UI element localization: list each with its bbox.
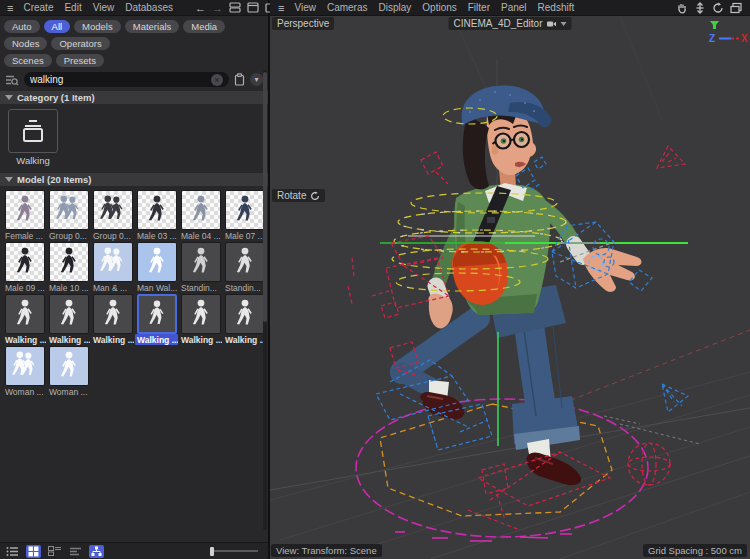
model-item[interactable]: Walking ... [135,294,178,345]
forward-arrow-icon[interactable]: → [212,2,223,14]
filter-search-icon[interactable] [5,74,19,86]
model-thumbnail[interactable] [225,242,265,282]
vp-menu-display[interactable]: Display [379,2,412,13]
filter-tab-models[interactable]: Models [74,20,121,33]
status-grid-spacing: Grid Spacing : 500 cm [643,544,747,557]
thumbnail-size-slider[interactable] [254,547,258,556]
filter-tab-nodes[interactable]: Nodes [4,37,47,50]
model-thumbnail[interactable] [49,294,89,334]
category-section-header[interactable]: Category (1 Item) [0,91,268,104]
model-thumbnail[interactable] [5,190,45,230]
menu-create[interactable]: Create [23,2,53,13]
filter-state-icon [710,21,719,29]
back-arrow-icon[interactable]: ← [195,2,206,14]
model-item-label: Male 07 ... [223,230,266,241]
model-item[interactable]: Group 0... [47,190,90,241]
camera-label-chip[interactable]: CINEMA_4D_Editor [449,17,572,30]
filter-tab-operators[interactable]: Operators [51,37,109,50]
viewport-panel: ≡ View Cameras Display Options Filter Pa… [270,0,750,559]
search-options-chevron-icon[interactable]: ▾ [250,73,263,86]
model-section-header[interactable]: Model (20 Items) [0,173,268,186]
model-item-label: Group 0... [91,230,134,241]
model-item[interactable]: Woman ... [3,346,46,397]
window-icon[interactable] [247,2,259,13]
menu-edit[interactable]: Edit [64,2,81,13]
model-item[interactable]: Standin... [223,242,266,293]
compact-list-icon[interactable] [69,547,82,556]
model-thumbnail[interactable] [49,346,89,386]
vp-menu-options[interactable]: Options [422,2,456,13]
model-item[interactable]: Woman ... [47,346,90,397]
model-thumbnail[interactable] [5,242,45,282]
model-item[interactable]: Male 04 ... [179,190,222,241]
model-item-label: Male 10 ... [47,282,90,293]
model-thumbnail[interactable] [49,242,89,282]
viewport-canvas[interactable]: Z X [270,16,750,559]
dolly-move-icon[interactable] [694,2,706,14]
model-item[interactable]: Walking ... [3,294,46,345]
model-thumbnail[interactable] [137,190,177,230]
clipboard-icon[interactable] [234,73,245,86]
axis-gizmo[interactable]: Z X [709,33,748,44]
model-thumbnail[interactable] [93,190,133,230]
vp-menu-view[interactable]: View [294,2,316,13]
model-item[interactable]: Walking ... [91,294,134,345]
category-item-walking[interactable]: Walking [8,109,58,166]
model-item[interactable]: Group 0... [91,190,134,241]
model-item[interactable]: Man Wal... [135,242,178,293]
maximize-view-icon[interactable] [730,2,742,14]
model-thumbnail[interactable] [225,190,265,230]
model-item[interactable]: Walking ... [179,294,222,345]
model-item[interactable]: Male 09 ... [3,242,46,293]
character-left-shoe [420,392,464,420]
hamburger-menu-icon[interactable]: ≡ [7,2,12,14]
model-item[interactable]: Male 10 ... [47,242,90,293]
vp-menu-filter[interactable]: Filter [468,2,490,13]
type-tab-scenes[interactable]: Scenes [4,54,52,67]
panel-scrollbar[interactable] [263,70,267,530]
model-item[interactable]: Male 03 ... [135,190,178,241]
model-item[interactable]: Male 07 ... [223,190,266,241]
list-view-icon[interactable] [6,546,19,557]
model-thumbnail[interactable] [5,346,45,386]
category-area: Walking [0,104,268,171]
hamburger-menu-icon[interactable]: ≡ [278,2,283,14]
model-item[interactable]: Female ... [3,190,46,241]
model-thumbnail[interactable] [93,294,133,334]
character[interactable] [402,85,642,485]
menu-databases[interactable]: Databases [125,2,173,13]
menu-view[interactable]: View [93,2,115,13]
vp-menu-redshift[interactable]: Redshift [538,2,575,13]
filter-tab-materials[interactable]: Materials [125,20,180,33]
model-thumbnail[interactable] [49,190,89,230]
filter-tab-all[interactable]: All [44,20,71,33]
model-thumbnail[interactable] [225,294,265,334]
database-icon[interactable] [229,2,241,13]
model-thumbnail[interactable] [137,242,177,282]
vp-menu-panel[interactable]: Panel [501,2,527,13]
model-item[interactable]: Walking ... [223,294,266,345]
model-item-label: Male 03 ... [135,230,178,241]
model-item[interactable]: Walking ... [47,294,90,345]
search-input[interactable] [30,74,206,85]
rotate-view-icon[interactable] [712,2,724,14]
vp-menu-cameras[interactable]: Cameras [327,2,368,13]
detail-view-icon[interactable] [48,546,62,556]
type-tab-presets[interactable]: Presets [56,54,104,67]
view-label-chip[interactable]: Perspective [272,17,334,30]
node-graph-icon[interactable] [89,545,104,558]
clear-search-icon[interactable]: × [211,74,223,86]
model-item[interactable]: Man & ... [91,242,134,293]
model-thumbnail[interactable] [5,294,45,334]
filter-tab-auto[interactable]: Auto [4,20,40,33]
character-left-calf [402,372,430,387]
model-thumbnail[interactable] [137,294,177,334]
model-thumbnail[interactable] [181,294,221,334]
model-thumbnail[interactable] [181,242,221,282]
model-thumbnail[interactable] [93,242,133,282]
model-item[interactable]: Standin... [179,242,222,293]
model-thumbnail[interactable] [181,190,221,230]
filter-tab-media[interactable]: Media [183,20,225,33]
pan-hand-icon[interactable] [676,2,688,14]
grid-view-icon[interactable] [26,545,41,558]
